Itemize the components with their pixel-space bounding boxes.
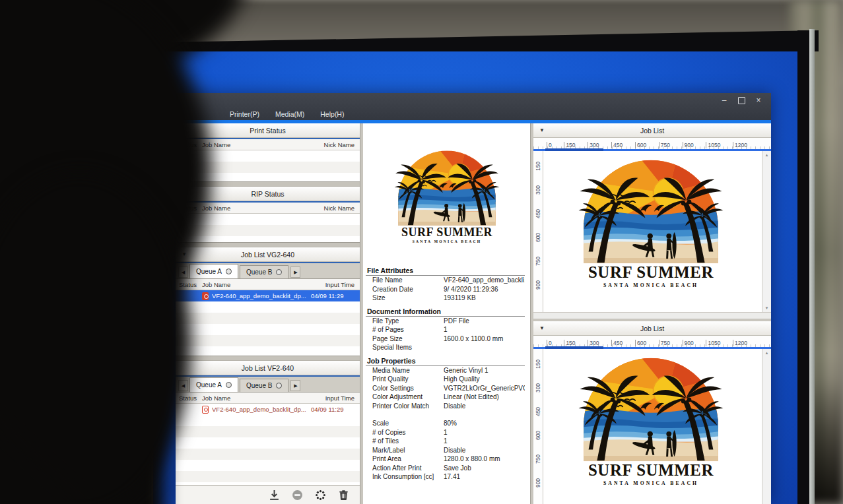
column-job-name[interactable]: Job Name xyxy=(202,281,307,288)
tab-queue-a[interactable]: Queue A xyxy=(189,264,238,278)
file-attributes-rows: File Name VF2-640_app_demo_backli... Cre… xyxy=(366,276,525,303)
ruler-tick: 0 xyxy=(547,142,552,148)
ruler-tick: 300 xyxy=(588,142,599,148)
scroll-up-icon[interactable]: ▲ xyxy=(762,153,771,157)
column-input-time[interactable]: Input Time xyxy=(307,394,360,402)
collapse-icon[interactable]: ▼ xyxy=(539,127,545,133)
property-value: Save Job xyxy=(444,464,525,472)
job-list-vg2-title: Job List VG2-640 xyxy=(241,251,294,259)
property-label: Scale xyxy=(366,420,444,427)
job-settings-rows: Scale 80% # of Copies 1 # of Tiles 1 Mar… xyxy=(366,419,525,482)
layout-preview-column: ▼ Job List 015030045060075090010501200 1… xyxy=(533,123,771,504)
horizontal-ruler: 015030045060075090010501200 xyxy=(533,138,771,149)
property-value: High Quality xyxy=(444,375,525,383)
property-label: # of Tiles xyxy=(366,437,444,445)
tab-queue-b[interactable]: Queue B xyxy=(240,379,288,392)
column-job-name[interactable]: Job Name xyxy=(202,394,307,402)
property-row: Mark/Label Disable xyxy=(366,446,525,455)
delete-trash-icon[interactable] xyxy=(338,489,349,501)
tab-label: Queue B xyxy=(246,268,272,276)
menu-item[interactable]: Help(H) xyxy=(320,110,344,118)
job-properties-panel: File Attributes File Name VF2-640_app_de… xyxy=(363,265,530,482)
close-button[interactable]: × xyxy=(750,94,767,106)
job-list-panel-bottom: ▼ Job List 015030045060075090010501200 1… xyxy=(533,321,771,504)
print-download-icon[interactable] xyxy=(269,489,280,501)
ruler-tick: 450 xyxy=(611,142,623,148)
ruler-tick: 750 xyxy=(533,257,543,266)
processing-spinner-icon[interactable] xyxy=(315,489,326,501)
job-list-panel-title: Job List xyxy=(640,325,664,332)
tab-next-icon[interactable]: ▶ xyxy=(290,267,300,278)
menu-item[interactable]: Media(M) xyxy=(275,110,304,118)
layout-canvas[interactable] xyxy=(543,349,762,504)
job-row-selected[interactable]: VF2-640_app_demo_backlit_dp... 04/09 11:… xyxy=(176,290,360,301)
property-row: Creation Date 9/ 4/2020 11:29:36 xyxy=(366,285,525,294)
tab-next-icon[interactable]: ▶ xyxy=(290,380,300,391)
property-label: Print Area xyxy=(366,455,444,462)
job-details-column: File Attributes File Name VF2-640_app_de… xyxy=(363,123,531,504)
surf-summer-artwork xyxy=(572,350,729,489)
surf-summer-artwork xyxy=(390,145,504,246)
job-list-panel-header[interactable]: ▼ Job List xyxy=(533,123,771,138)
horizontal-scrollbar[interactable] xyxy=(533,312,771,319)
layout-canvas[interactable] xyxy=(543,151,762,312)
property-label: # of Pages xyxy=(366,326,444,333)
collapse-icon[interactable]: ▼ xyxy=(539,325,545,331)
job-list-panel-header[interactable]: ▼ Job List xyxy=(533,321,771,336)
vertical-scrollbar[interactable]: ▲ xyxy=(762,349,771,504)
vf2-queue-tabs: ◀ Queue A Queue B ▶ xyxy=(176,377,360,393)
tab-queue-a[interactable]: Queue A xyxy=(189,377,238,392)
job-preview[interactable] xyxy=(363,123,530,262)
scroll-up-icon[interactable]: ▲ xyxy=(762,351,771,355)
ruler-tick: 900 xyxy=(683,142,694,148)
vf2-columns: Status Job Name Input Time xyxy=(176,393,360,404)
ruler-tick: 450 xyxy=(533,209,543,218)
property-value: 1 xyxy=(444,326,525,333)
maximize-button[interactable] xyxy=(733,94,750,106)
property-label: Ink Consumption [cc] xyxy=(366,473,444,480)
vertical-ruler: 150300450600750900 xyxy=(533,151,543,312)
job-input-time: 04/09 11:29 xyxy=(311,406,360,413)
surf-summer-artwork xyxy=(572,152,729,292)
scroll-down-icon[interactable]: ▼ xyxy=(762,306,771,310)
pause-icon[interactable] xyxy=(292,489,303,501)
job-list-vf2-title: Job List VF2-640 xyxy=(242,364,294,372)
job-input-time: 04/09 11:29 xyxy=(311,292,360,299)
ruler-tick: 300 xyxy=(588,340,599,346)
property-label: File Type xyxy=(366,317,444,325)
property-label: Size xyxy=(366,294,444,301)
job-toolbar xyxy=(176,485,360,504)
ruler-tick: 750 xyxy=(533,455,543,464)
job-name: VF2-640_app_demo_backlit_dp... xyxy=(212,406,311,413)
column-nick-name[interactable]: Nick Name xyxy=(307,205,360,212)
column-job-name[interactable]: Job Name xyxy=(202,205,307,212)
vf2-job-list[interactable] xyxy=(176,415,360,485)
menu-item[interactable]: Printer(P) xyxy=(230,110,259,118)
property-label: Action After Print xyxy=(366,464,444,472)
property-row: File Type PDF File xyxy=(366,317,525,326)
job-list-vg2-header[interactable]: ▼ Job List VG2-640 xyxy=(176,247,360,262)
property-row: Color Settings VGTR2LkOrGr_GenericPVC... xyxy=(366,384,525,393)
column-job-name[interactable]: Job Name xyxy=(202,141,307,148)
tab-queue-b[interactable]: Queue B xyxy=(240,265,288,278)
property-label: Creation Date xyxy=(366,286,444,293)
column-input-time[interactable]: Input Time xyxy=(307,281,360,288)
property-row: Media Name Generic Vinyl 1 xyxy=(366,366,525,375)
vg2-job-list[interactable] xyxy=(176,301,360,356)
property-label: File Name xyxy=(366,276,444,284)
queue-status-icon xyxy=(226,382,232,388)
job-list-vf2-header[interactable]: Job List VF2-640 xyxy=(176,361,360,375)
minimize-button[interactable]: – xyxy=(716,94,733,106)
property-value: 80% xyxy=(444,420,525,427)
column-nick-name[interactable]: Nick Name xyxy=(307,141,360,148)
job-name: VF2-640_app_demo_backlit_dp... xyxy=(212,292,311,299)
property-row: Scale 80% xyxy=(366,419,525,428)
property-value: VGTR2LkOrGr_GenericPVC... xyxy=(444,385,525,392)
property-label: Page Size xyxy=(366,335,444,342)
job-row[interactable]: VF2-640_app_demo_backlit_dp... 04/09 11:… xyxy=(176,404,360,415)
vertical-scrollbar[interactable]: ▲ ▼ xyxy=(762,151,771,312)
ruler-tick: 1050 xyxy=(706,142,720,148)
property-row: Page Size 1600.0 x 1100.0 mm xyxy=(366,334,525,344)
property-row: # of Tiles 1 xyxy=(366,437,525,446)
property-value: Disable xyxy=(444,402,525,410)
